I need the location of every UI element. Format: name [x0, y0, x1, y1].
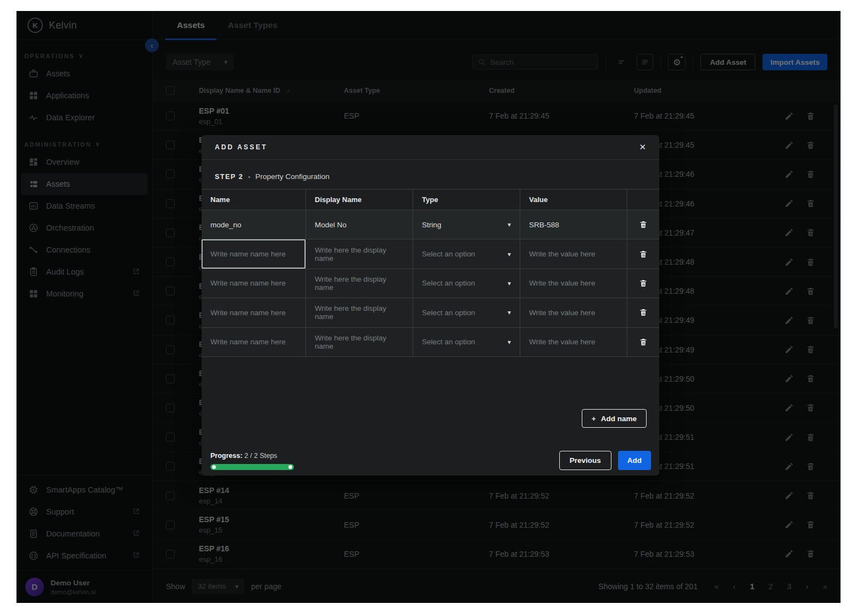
- column-header-display-name: Display Name: [306, 189, 413, 210]
- delete-trash-icon: [639, 279, 648, 288]
- property-display-name-cell[interactable]: Write here the display name: [306, 269, 413, 298]
- property-type-select[interactable]: Select an option ▾: [413, 269, 520, 298]
- property-table-header: Name Display Name Type Value: [202, 189, 659, 210]
- column-header-value: Value: [520, 189, 627, 210]
- chevron-down-icon: ▾: [508, 338, 511, 346]
- previous-button[interactable]: Previous: [559, 451, 611, 470]
- property-row: Write name name here Write here the disp…: [202, 328, 659, 357]
- page: K Kelvin OPERATIONS ∨ Assets Application…: [0, 0, 868, 615]
- property-display-name-cell[interactable]: Write here the display name: [306, 328, 413, 356]
- property-type-select[interactable]: Select an option ▾: [413, 239, 520, 268]
- property-row: Write name name here Write here the disp…: [202, 269, 659, 298]
- property-type-select[interactable]: Select an option ▾: [413, 298, 520, 327]
- delete-row-button[interactable]: [639, 308, 648, 317]
- chevron-down-icon: ▾: [508, 221, 511, 228]
- delete-row-button[interactable]: [639, 220, 648, 229]
- property-name-cell[interactable]: Write name name here: [202, 239, 306, 268]
- step-indicator: STEP 2 • Property Configuration: [202, 160, 659, 189]
- delete-row-button[interactable]: [639, 250, 648, 259]
- close-button[interactable]: ✕: [639, 142, 646, 152]
- progress-label: Progress: 2 / 2 Steps: [210, 452, 294, 460]
- bullet-icon: •: [248, 174, 251, 180]
- property-value-cell[interactable]: Write the value here: [520, 298, 627, 327]
- delete-trash-icon: [639, 338, 648, 346]
- add-name-button[interactable]: + Add name: [582, 409, 647, 428]
- property-row: Write name name here Write here the disp…: [202, 239, 659, 269]
- delete-trash-icon: [639, 250, 648, 259]
- property-name-cell[interactable]: Write name name here: [202, 298, 306, 327]
- progress-bar: [210, 464, 294, 470]
- chevron-down-icon: ▾: [508, 309, 511, 316]
- progress: Progress: 2 / 2 Steps: [210, 452, 294, 470]
- delete-trash-icon: [639, 220, 648, 229]
- modal-title: ADD ASSET: [215, 143, 268, 151]
- column-header-type: Type: [413, 189, 520, 210]
- property-row: Write name name here Write here the disp…: [202, 298, 659, 327]
- property-table: Name Display Name Type Value mode_no Mod…: [202, 189, 659, 357]
- modal-header: ADD ASSET ✕: [202, 135, 659, 160]
- property-display-name-cell[interactable]: Write here the display name: [306, 239, 413, 268]
- delete-row-button[interactable]: [639, 279, 648, 288]
- property-name-cell[interactable]: Write name name here: [202, 328, 306, 356]
- property-value-cell[interactable]: SRB-588: [520, 210, 627, 239]
- property-name-cell[interactable]: mode_no: [202, 210, 306, 239]
- chevron-down-icon: ▾: [508, 250, 511, 258]
- add-asset-modal: ADD ASSET ✕ STEP 2 • Property Configurat…: [202, 135, 659, 476]
- delete-trash-icon: [639, 308, 648, 317]
- close-icon: ✕: [639, 142, 646, 152]
- property-type-select[interactable]: String ▾: [413, 210, 520, 239]
- plus-icon: +: [592, 415, 596, 423]
- modal-footer: Progress: 2 / 2 Steps Previous Add: [210, 446, 651, 470]
- delete-row-button[interactable]: [639, 338, 648, 346]
- step-label: STEP 2: [215, 173, 243, 181]
- property-display-name-cell[interactable]: Model No: [306, 210, 413, 239]
- property-value-cell[interactable]: Write the value here: [520, 239, 627, 268]
- step-name: Property Configuration: [255, 172, 330, 181]
- property-type-select[interactable]: Select an option ▾: [413, 328, 520, 356]
- add-button[interactable]: Add: [618, 451, 651, 470]
- column-header-name: Name: [202, 189, 306, 210]
- property-name-cell[interactable]: Write name name here: [202, 269, 306, 298]
- property-value-cell[interactable]: Write the value here: [520, 328, 627, 356]
- app-window: K Kelvin OPERATIONS ∨ Assets Application…: [16, 11, 841, 603]
- chevron-down-icon: ▾: [508, 279, 511, 287]
- property-display-name-cell[interactable]: Write here the display name: [306, 298, 413, 327]
- property-value-cell[interactable]: Write the value here: [520, 269, 627, 298]
- property-row: mode_no Model No String ▾ SRB-588: [202, 210, 659, 239]
